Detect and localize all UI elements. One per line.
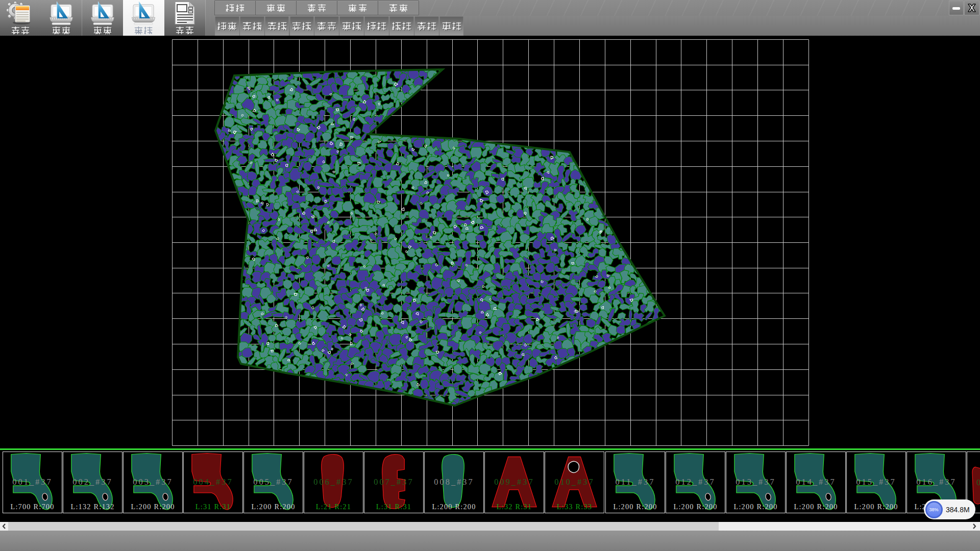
svg-text:L:200 R:200: L:200 R:200 bbox=[733, 503, 777, 511]
svg-text:007_#37: 007_#37 bbox=[374, 477, 414, 487]
svg-text:006_#37: 006_#37 bbox=[313, 477, 354, 487]
svg-text:011_#37: 011_#37 bbox=[615, 477, 655, 487]
svg-text:016_#37: 016_#37 bbox=[916, 477, 957, 487]
svg-text:001_#37: 001_#37 bbox=[12, 477, 53, 487]
svg-text:L:200 R:200: L:200 R:200 bbox=[794, 503, 838, 511]
svg-text:L:31 R:31: L:31 R:31 bbox=[195, 503, 231, 511]
svg-text:003_#37: 003_#37 bbox=[133, 477, 173, 487]
svg-text:L:700 R:700: L:700 R:700 bbox=[10, 503, 54, 511]
svg-text:015_#37: 015_#37 bbox=[856, 477, 896, 487]
svg-text:L:132 R:132: L:132 R:132 bbox=[70, 503, 114, 511]
svg-text:L:200 R:200: L:200 R:200 bbox=[131, 503, 175, 511]
svg-text:L:200 R:200: L:200 R:200 bbox=[673, 503, 717, 511]
svg-text:014_#37: 014_#37 bbox=[796, 477, 836, 487]
svg-text:002_#37: 002_#37 bbox=[72, 477, 113, 487]
svg-text:L:200 R:200: L:200 R:200 bbox=[432, 503, 476, 511]
svg-text:0: 0 bbox=[976, 478, 980, 487]
svg-text:009_#37: 009_#37 bbox=[494, 477, 534, 487]
svg-text:L:32 R:31: L:32 R:31 bbox=[497, 503, 532, 511]
svg-text:L:200 R:200: L:200 R:200 bbox=[251, 503, 295, 511]
svg-text:L:200 R:200: L:200 R:200 bbox=[613, 503, 657, 511]
svg-text:008_#37: 008_#37 bbox=[434, 477, 474, 487]
svg-text:010_#37: 010_#37 bbox=[555, 477, 595, 487]
svg-text:L:31 R:31: L:31 R:31 bbox=[376, 503, 411, 511]
svg-text:L:33 R:33: L:33 R:33 bbox=[557, 503, 592, 511]
svg-text:012_#37: 012_#37 bbox=[675, 477, 716, 487]
svg-text:004_#37: 004_#37 bbox=[193, 477, 233, 487]
svg-text:L:200 R:200: L:200 R:200 bbox=[854, 503, 898, 511]
svg-text:005_#37: 005_#37 bbox=[253, 477, 293, 487]
svg-text:013_#37: 013_#37 bbox=[736, 477, 776, 487]
svg-text:L:21 R:21: L:21 R:21 bbox=[316, 503, 351, 511]
